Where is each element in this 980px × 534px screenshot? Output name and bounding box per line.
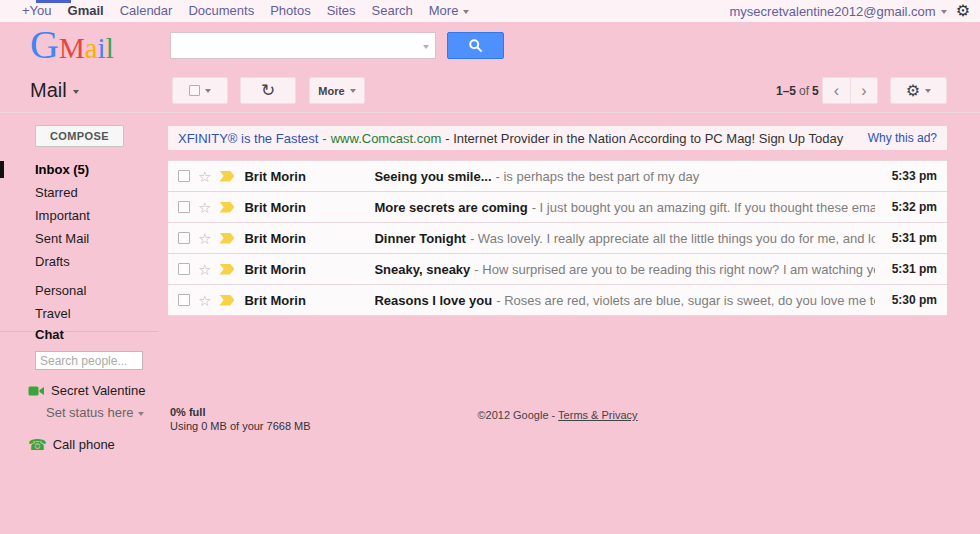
email-row[interactable]: ☆ Brit Morin Dinner Tonight- Was lovely.… [168,223,947,254]
row-checkbox[interactable] [178,170,190,182]
email-snippet: - is perhaps the best part of my day [492,169,700,184]
importance-marker-icon[interactable] [219,202,234,213]
email-subject: Seeing you smile... [374,169,491,184]
chevron-down-icon [138,412,144,416]
chat-contact[interactable]: Secret Valentine [28,383,168,398]
nav-sites[interactable]: Sites [327,0,356,22]
gmail-logo: GMail [30,22,114,76]
pagination-buttons: ‹ › [822,77,878,104]
ad-separator: - [318,131,330,146]
email-subject-line: More secrets are coming- I just bought y… [374,200,875,215]
call-phone[interactable]: ☎ Call phone [28,437,168,452]
ad-banner[interactable]: XFINITY® is the Fastest - www.Comcast.co… [168,126,947,150]
row-checkbox[interactable] [178,294,190,306]
nav-photos[interactable]: Photos [270,0,310,22]
importance-marker-icon[interactable] [219,295,234,306]
google-bar: +You Gmail Calendar Documents Photos Sit… [0,0,980,22]
gear-icon[interactable]: ⚙ [956,0,970,22]
chat-heading: Chat [0,327,168,342]
storage-detail: Using 0 MB of your 7668 MB [170,420,311,434]
ad-url-link[interactable]: www.Comcast.com [331,131,442,146]
email-list: ☆ Brit Morin Seeing you smile...- is per… [168,160,947,316]
email-time: 5:32 pm [875,200,937,214]
email-time: 5:33 pm [875,169,937,183]
row-checkbox[interactable] [178,232,190,244]
sidebar-item-inbox[interactable]: Inbox (5) [0,158,158,181]
terms-privacy-link[interactable]: Terms & Privacy [558,409,637,421]
email-time: 5:31 pm [875,231,937,245]
chevron-down-icon [463,10,469,14]
chevron-right-icon: › [861,82,866,100]
select-all-button[interactable] [172,77,228,104]
star-icon[interactable]: ☆ [198,293,211,308]
footer-copyright: ©2012 Google - Terms & Privacy [168,409,947,421]
account-email: mysecretvalentine2012@gmail.com [730,4,936,19]
sidebar-item-drafts[interactable]: Drafts [0,250,158,273]
email-row[interactable]: ☆ Brit Morin Sneaky, sneaky- How surpris… [168,254,947,285]
nav-search[interactable]: Search [372,0,413,22]
star-icon[interactable]: ☆ [198,231,211,246]
mail-menu-label: Mail [30,79,67,101]
pagination-range: 1–5 [776,84,796,98]
chevron-down-icon [925,89,931,93]
search-input[interactable] [171,33,435,58]
video-camera-icon [28,385,45,397]
email-row[interactable]: ☆ Brit Morin More secrets are coming- I … [168,192,947,223]
row-checkbox[interactable] [178,263,190,275]
email-snippet: - I just bought you an amazing gift. If … [528,200,875,215]
search-button[interactable] [447,32,504,59]
sidebar-item-personal[interactable]: Personal [0,279,158,302]
logo-letter: i [98,32,106,64]
email-subject-line: Seeing you smile...- is perhaps the best… [374,169,875,184]
importance-marker-icon[interactable] [219,171,234,182]
sidebar-item-important[interactable]: Important [0,204,158,227]
nav-more[interactable]: More [429,0,470,22]
star-icon[interactable]: ☆ [198,200,211,215]
sidebar-item-sent-mail[interactable]: Sent Mail [0,227,158,250]
nav-documents[interactable]: Documents [188,0,254,22]
settings-button[interactable]: ⚙ [890,77,947,104]
importance-marker-icon[interactable] [219,264,234,275]
star-icon[interactable]: ☆ [198,262,211,277]
newer-button[interactable]: ‹ [822,77,850,104]
gear-icon: ⚙ [906,81,920,100]
email-time: 5:30 pm [875,293,937,307]
google-products-nav: +You Gmail Calendar Documents Photos Sit… [22,0,469,22]
refresh-button[interactable]: ↻ [240,77,296,104]
logo-letter: G [30,22,59,67]
search-options-chevron-icon[interactable] [423,45,429,49]
email-subject: Dinner Tonight [374,231,465,246]
email-subject: More secrets are coming [374,200,527,215]
older-button[interactable]: › [850,77,878,104]
refresh-icon: ↻ [261,80,275,101]
email-row[interactable]: ☆ Brit Morin Seeing you smile...- is per… [168,161,947,192]
sidebar-item-travel[interactable]: Travel [0,302,158,325]
logo-letter: l [106,32,114,64]
mail-menu[interactable]: Mail [30,79,79,102]
row-checkbox[interactable] [178,201,190,213]
nav-more-label: More [429,3,459,18]
chat-search-input[interactable] [35,351,143,370]
nav-calendar[interactable]: Calendar [120,0,173,22]
nav-gmail[interactable]: Gmail [68,0,104,22]
account-email-menu[interactable]: mysecretvalentine2012@gmail.com [730,4,947,19]
star-icon[interactable]: ☆ [198,169,211,184]
email-subject: Reasons I love you [374,293,492,308]
sidebar-item-starred[interactable]: Starred [0,181,158,204]
importance-marker-icon[interactable] [219,233,234,244]
account-area: mysecretvalentine2012@gmail.com ⚙ [730,0,970,22]
pagination-of: of [796,84,812,98]
more-actions-button[interactable]: More [309,77,365,104]
email-snippet: - Roses are red, violets are blue, sugar… [492,293,875,308]
copyright-text: ©2012 Google - [477,409,555,421]
compose-button[interactable]: COMPOSE [35,125,124,147]
ad-title-link[interactable]: XFINITY® is the Fastest [178,131,318,146]
email-sender: Brit Morin [244,293,366,308]
chevron-left-icon: ‹ [834,82,839,100]
chat-status-selector[interactable]: Set status here [46,405,168,420]
nav-plus-you[interactable]: +You [22,0,52,22]
email-row[interactable]: ☆ Brit Morin Reasons I love you- Roses a… [168,285,947,316]
email-subject-line: Dinner Tonight- Was lovely. I really app… [374,231,875,246]
email-subject: Sneaky, sneaky [374,262,470,277]
why-this-ad-link[interactable]: Why this ad? [858,131,937,145]
